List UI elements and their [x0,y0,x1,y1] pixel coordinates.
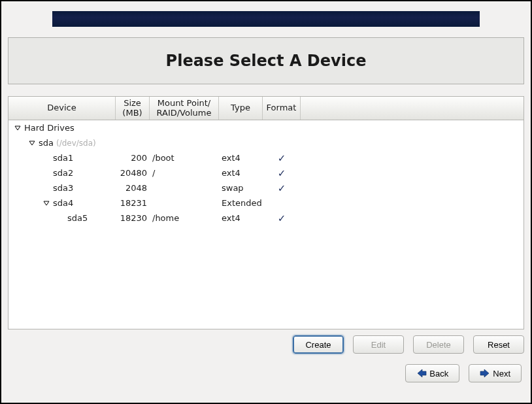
cell-type: swap [219,183,263,193]
check-icon: ✓ [278,167,286,179]
col-header-mount[interactable]: Mount Point/ RAID/Volume [150,97,219,120]
action-bar: Create Edit Delete Reset [8,333,524,356]
device-label: sda2 [53,168,73,178]
cell-format: ✓ [263,167,301,179]
cell-device: sda4 [8,198,116,208]
installer-window: Please Select A Device Device Size (MB) … [0,0,532,404]
expander-icon [42,184,50,192]
cell-type: Extended [219,198,263,208]
table-row[interactable]: sda418231Extended [8,195,524,210]
col-header-format[interactable]: Format [263,97,301,120]
check-icon: ✓ [278,212,286,224]
device-label: sda1 [53,153,73,163]
device-label: sda [39,138,54,148]
table-row[interactable]: sda518230/homeext4✓ [8,210,524,226]
device-label: sda4 [53,198,73,208]
cell-device: sda2 [8,168,116,178]
cell-device: Hard Drives [8,123,116,133]
cell-device: sda5 [8,213,116,223]
svg-marker-4 [480,369,489,377]
title-panel: Please Select A Device [8,37,524,84]
cell-mount: / [150,168,219,178]
svg-marker-3 [418,369,426,377]
cell-mount: /home [150,213,219,223]
next-button[interactable]: Next [469,364,522,382]
expander-icon[interactable] [28,139,36,147]
table-row[interactable]: sda1200/bootext4✓ [8,150,524,165]
table-row[interactable]: sda(/dev/sda) [8,135,524,150]
cell-size: 2048 [116,183,150,193]
cell-format: ✓ [263,212,301,224]
edit-button: Edit [353,335,404,354]
expander-icon[interactable] [42,199,50,207]
svg-marker-2 [44,201,49,205]
expander-icon [42,169,50,177]
device-label: sda5 [67,213,88,223]
reset-button[interactable]: Reset [473,335,524,354]
device-path: (/dev/sda) [56,139,96,148]
svg-marker-1 [29,141,35,145]
page-title: Please Select A Device [166,52,367,70]
expander-icon [42,154,50,162]
cell-size: 18230 [116,213,150,223]
back-button[interactable]: Back [405,364,459,382]
table-body[interactable]: Hard Drivessda(/dev/sda)sda1200/bootext4… [8,120,524,329]
table-row[interactable]: Hard Drives [8,120,524,135]
arrow-left-icon [416,369,427,378]
cell-type: ext4 [219,213,263,223]
cell-type: ext4 [219,168,263,178]
device-table: Device Size (MB) Mount Point/ RAID/Volum… [8,96,524,329]
cell-device: sda3 [8,183,116,193]
expander-icon[interactable] [14,124,22,132]
device-label: sda3 [53,183,73,193]
col-header-type[interactable]: Type [219,97,263,120]
check-icon: ✓ [278,152,286,164]
create-button[interactable]: Create [293,335,344,354]
delete-button: Delete [413,335,464,354]
table-header: Device Size (MB) Mount Point/ RAID/Volum… [8,97,524,120]
table-row[interactable]: sda32048swap✓ [8,180,524,195]
arrow-right-icon [480,369,490,378]
cell-size: 200 [116,153,150,163]
top-banner [52,11,480,27]
col-header-device[interactable]: Device [8,97,116,120]
cell-type: ext4 [219,153,263,163]
table-row[interactable]: sda220480/ext4✓ [8,165,524,180]
device-label: Hard Drives [24,123,75,133]
check-icon: ✓ [278,182,286,194]
cell-size: 18231 [116,198,150,208]
nav-bar: Back Next [405,362,522,384]
cell-mount: /boot [150,153,219,163]
col-header-size[interactable]: Size (MB) [116,97,150,120]
svg-marker-0 [15,126,20,130]
cell-device: sda1 [8,153,116,163]
expander-icon [57,214,65,222]
cell-device: sda(/dev/sda) [8,138,116,148]
cell-format: ✓ [263,182,301,194]
cell-format: ✓ [263,152,301,164]
cell-size: 20480 [116,168,150,178]
